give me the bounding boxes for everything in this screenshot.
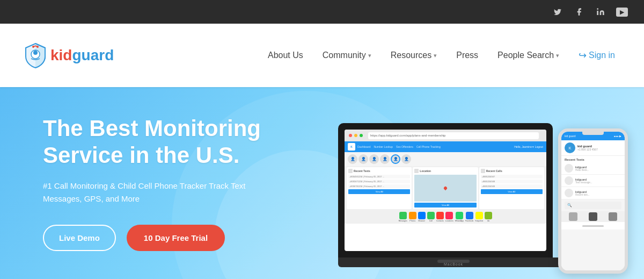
phone-avatar: K: [565, 142, 575, 153]
browser-icon: [418, 212, 426, 219]
location-card: Location View All: [413, 167, 478, 209]
map-placeholder: [414, 175, 476, 202]
app-nav-dashboard: Dashboard: [357, 145, 370, 148]
text-item-1: +8004561234 | February 05, 2017 ...: [348, 175, 410, 178]
navbar: kidguard About Us Community▾ Resources▾ …: [0, 24, 644, 87]
profile-avatar-1: 👤: [348, 154, 357, 164]
phone-call-item-2: kidguard Test message...: [561, 175, 625, 187]
view-all-locations[interactable]: View All: [414, 203, 476, 208]
phone-screen: kid guard ●●● ▶ K kid guard +1 800 123 4…: [561, 132, 625, 270]
phone-body: kid guard ●●● ▶ K kid guard +1 800 123 4…: [558, 128, 628, 274]
phone-contact-header: K kid guard +1 800 123 4567: [561, 140, 625, 156]
logo-text: kidguard: [50, 47, 114, 64]
phone-status-icons: ●●● ▶: [614, 134, 621, 138]
whatsapp-icon: [456, 212, 463, 219]
laptop-body: https://app.kidguard.com/app/plans-and-m…: [338, 123, 553, 257]
app-nav-sex-offenders: Sex Offenders: [396, 145, 413, 148]
svg-point-4: [36, 46, 39, 48]
phone-call-dot-3: [565, 189, 573, 197]
app-nav-phone-tracking: Cell Phone Tracking: [416, 145, 441, 148]
location-title-bar: Location: [414, 169, 476, 173]
contacts-icon: [436, 212, 444, 219]
text-item-3: +8006781234 | February 05, 2017 ...: [348, 184, 410, 188]
view-all-calls[interactable]: View All: [481, 189, 543, 194]
phone-call-info-1: kidguard Hello there...: [575, 166, 621, 171]
profile-avatar-6: 👤: [401, 154, 411, 164]
phone-call-item-1: kidguard Hello there...: [561, 162, 625, 175]
youtube-icon: ▶: [616, 8, 628, 17]
phone-call-time-2: Test message...: [575, 181, 621, 184]
calls-title-bar: Recent Calls: [481, 169, 543, 173]
phone-notch: [582, 132, 604, 135]
app-icon-facebook: Facebook: [465, 212, 473, 222]
calls-card-icon: [481, 169, 485, 173]
signin-link[interactable]: ↪ Sign in: [571, 45, 623, 66]
youtube-link[interactable]: ▶: [616, 6, 628, 18]
nav-community[interactable]: Community▾: [315, 46, 379, 65]
nav-about[interactable]: About Us: [260, 46, 311, 65]
phone-search-icon: 🔍: [567, 203, 572, 208]
card-title-recent-texts: Recent Texts: [354, 169, 370, 173]
phone-bottom-icon-2: [589, 212, 597, 221]
app-icons-row: Messages Photos Browser Call: [345, 210, 546, 224]
profile-avatar-4: 👤: [380, 154, 390, 164]
call-item-3: +8881234569: [481, 184, 543, 188]
phone-home-indicator: [561, 222, 625, 230]
app-icon-browser: Browser: [418, 212, 426, 222]
photos-icon: [409, 212, 416, 219]
phone-call-info-2: kidguard Test message...: [575, 178, 621, 184]
profile-tabs: 👤 👤 👤 👤 👤 👤: [345, 152, 546, 166]
phone-call-dot-1: [565, 164, 573, 173]
app-icon-call: Call: [427, 212, 435, 222]
locations-icon: [445, 212, 453, 219]
hero-buttons: Live Demo 10 Day Free Trial: [43, 225, 268, 251]
app-icon-snapchat: Snapchat: [475, 212, 483, 222]
phone-status-text: kid guard: [565, 134, 576, 138]
nav-resources[interactable]: Resources▾: [383, 46, 444, 65]
logo-link[interactable]: kidguard: [21, 41, 114, 69]
linkedin-link[interactable]: [595, 6, 606, 18]
svg-point-3: [32, 46, 34, 48]
nav-people-search[interactable]: People Search▾: [490, 46, 567, 65]
url-text: https://app.kidguard.com/app/plans-and-m…: [370, 134, 445, 137]
phone-bottom-icon-1: [569, 212, 577, 221]
card-title-recent-calls: Recent Calls: [486, 169, 502, 173]
app-logo-small: K: [348, 143, 355, 151]
app-nav-number-lookup: Number Lookup: [374, 145, 393, 148]
profile-avatar-5: 👤: [391, 154, 400, 164]
call-item-1: +8881234567: [481, 175, 543, 178]
app-icon-messages: Messages: [399, 212, 407, 222]
phone-bottom-icon-3: [609, 212, 617, 221]
nav-links: About Us Community▾ Resources▾ Press Peo…: [260, 45, 623, 66]
card-title-bar: Recent Texts: [348, 169, 410, 173]
phone-mockup: kid guard ●●● ▶ K kid guard +1 800 123 4…: [558, 128, 628, 274]
community-dropdown-arrow: ▾: [368, 52, 371, 59]
app-icon-contacts: Contacts: [436, 212, 444, 222]
app-icon-whatsapp: WhatsApp: [455, 212, 464, 222]
twitter-link[interactable]: [552, 6, 564, 18]
content-grid: Recent Texts +8004561234 | February 05, …: [345, 166, 546, 210]
phone-home-bar: [582, 225, 604, 227]
facebook-link[interactable]: [573, 6, 585, 18]
live-demo-button[interactable]: Live Demo: [43, 225, 116, 251]
phone-call-info-3: kidguard Recent text...: [575, 190, 621, 196]
phone-section-title: Recent Texts: [561, 156, 625, 162]
snapchat-icon: [475, 212, 483, 219]
phone-call-item-3: kidguard Recent text...: [561, 187, 625, 199]
logo-icon: [21, 41, 49, 69]
nav-press[interactable]: Press: [449, 46, 486, 65]
top-bar: ▶: [0, 0, 644, 24]
text-item-2: +8005671234 | February 05, 2017 ...: [348, 180, 410, 183]
free-trial-button[interactable]: 10 Day Free Trial: [127, 225, 225, 251]
window-dot-red: [349, 134, 352, 137]
view-all-texts[interactable]: View All: [348, 189, 410, 194]
phone-contact-info: kid guard +1 800 123 4567: [577, 145, 621, 151]
hero-content: The Best Monitoring Service in the U.S. …: [0, 115, 311, 252]
window-dot-green: [360, 134, 363, 137]
phone-search-bar[interactable]: 🔍: [565, 202, 621, 209]
resources-dropdown-arrow: ▾: [434, 52, 437, 59]
url-bar: https://app.kidguard.com/app/plans-and-m…: [368, 132, 539, 139]
facebook-icon: [466, 212, 473, 219]
call-item-2: +8881234568: [481, 180, 543, 183]
messages-icon: [399, 212, 407, 219]
